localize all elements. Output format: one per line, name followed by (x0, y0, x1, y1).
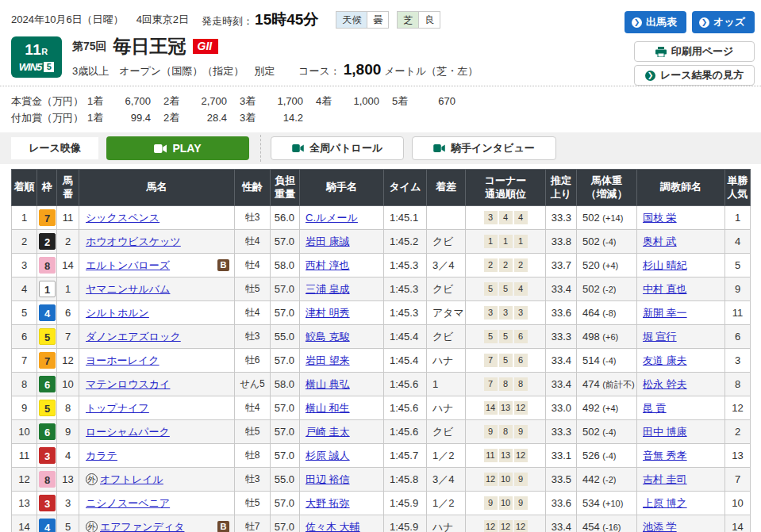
trainer-link[interactable]: 昆 貢 (643, 402, 667, 414)
play-button[interactable]: PLAY (106, 136, 249, 160)
sex-age-cell: 牡4 (235, 396, 271, 420)
prize-amount: 99.4 (111, 112, 151, 124)
trainer-link[interactable]: 友道 康夫 (643, 354, 687, 366)
margin-cell: ハナ (427, 349, 466, 373)
jockey-link[interactable]: 田辺 裕信 (306, 473, 350, 485)
horse-name-wrap: シックスペンス (81, 211, 233, 225)
waku-badge: 5 (39, 400, 56, 416)
horse-link[interactable]: マテンロウスカイ (86, 377, 170, 392)
horse-link[interactable]: エアファンディタ (100, 520, 184, 532)
column-header: 馬体重 （増減） (577, 170, 637, 206)
trainer-link[interactable]: 吉村 圭司 (643, 473, 687, 485)
patrol-video-button[interactable]: 全周パトロール (271, 136, 404, 160)
trainer-link[interactable]: 堀 宣行 (643, 331, 677, 343)
trainer-link[interactable]: 奥村 武 (643, 235, 677, 247)
jockey-link[interactable]: 横山 典弘 (306, 378, 350, 390)
trainer-cell: 奥村 武 (637, 230, 725, 254)
horse-link[interactable]: ホウオウビスケッツ (86, 235, 181, 249)
jockey-link[interactable]: 岩田 康誠 (306, 235, 350, 247)
result-guide-button[interactable]: ❯ レース結果の見方 (634, 65, 755, 86)
odds-button[interactable]: ❯ オッズ (692, 11, 755, 33)
trainer-link[interactable]: 田中 博康 (643, 426, 687, 438)
horse-link[interactable]: オフトレイル (100, 473, 163, 487)
horse-link[interactable]: ローシャムパーク (86, 425, 170, 439)
margin-cell: ハナ (427, 396, 466, 420)
print-page-button[interactable]: 印刷用ページ (634, 41, 755, 62)
trainer-link[interactable]: 音無 秀孝 (643, 450, 687, 461)
horse-name-cell: カラテ (79, 444, 235, 468)
corner-order: 121212 (467, 520, 544, 532)
horse-link[interactable]: シックスペンス (86, 211, 160, 225)
trainer-link[interactable]: 杉山 晴紀 (643, 259, 687, 271)
column-header: 枠 (37, 170, 57, 206)
time-cell: 1:45.3 (384, 254, 427, 277)
jockey-link[interactable]: 大野 拓弥 (306, 497, 350, 509)
horse-link[interactable]: トップナイフ (86, 401, 149, 415)
grade-badge: GII (193, 39, 219, 54)
trainer-cell: 杉山 晴紀 (637, 254, 725, 277)
race-results-table: 着順枠馬 番馬名性齢負担 重量騎手名タイム着差コーナー 通過順位推定 上り馬体重… (11, 169, 751, 532)
column-header: 着順 (12, 170, 37, 206)
corner-position: 9 (514, 473, 528, 486)
jockey-link[interactable]: 横山 和生 (306, 402, 350, 414)
win-favorite-cell: 9 (725, 277, 751, 301)
body-weight-value: 442 (582, 473, 602, 485)
horse-name-cell: ヤマニンサルバム (79, 277, 235, 301)
trainer-link[interactable]: 上原 博之 (643, 497, 687, 509)
body-weight-cell: 526 (-4) (577, 444, 637, 468)
prize-amount: 670 (416, 95, 455, 107)
jockey-link[interactable]: C.ルメール (306, 212, 358, 224)
body-weight-cell: 534 (+10) (577, 492, 637, 515)
corner-order-cell: 788 (466, 373, 546, 396)
body-weight-diff: (-2) (602, 475, 616, 484)
horse-link[interactable]: ニシノスーベニア (86, 496, 170, 511)
jockey-cell: C.ルメール (300, 206, 384, 230)
rank-cell: 4 (12, 277, 37, 301)
trainer-link[interactable]: 池添 学 (643, 521, 677, 532)
body-weight-cell: 502 (+14) (577, 206, 637, 230)
trainer-cell: 吉村 圭司 (637, 468, 725, 492)
jockey-link[interactable]: 津村 明秀 (306, 307, 350, 319)
last-3f-cell: 33.3 (546, 325, 577, 349)
trainer-link[interactable]: 国枝 栄 (643, 212, 677, 224)
table-row: 1333ニシノスーベニア牡557.0大野 拓弥1:45.91／2910933.6… (12, 492, 751, 515)
horse-link[interactable]: カラテ (86, 449, 117, 463)
win-favorite-cell: 12 (725, 396, 751, 420)
win-favorite-cell: 8 (725, 373, 751, 396)
post-time-group: 発走時刻：15時45分 (202, 10, 318, 30)
jockey-link[interactable]: 鮫島 克駿 (306, 331, 350, 343)
jockey-link[interactable]: 佐々木 大輔 (306, 521, 360, 532)
waku-badge: 3 (39, 495, 56, 511)
jockey-link[interactable]: 三浦 皇成 (306, 283, 350, 295)
horse-link[interactable]: ヤマニンサルバム (86, 282, 170, 297)
sex-age-cell: 牡8 (235, 444, 271, 468)
waku-cell: 5 (37, 396, 57, 420)
sex-age-cell: 牡6 (235, 349, 271, 373)
body-weight-diff: (+10) (602, 499, 623, 508)
horse-link[interactable]: エルトンバローズ (86, 258, 170, 273)
body-weight-value: 526 (582, 450, 602, 461)
load-weight-cell: 55.0 (271, 468, 300, 492)
waku-badge: 8 (39, 471, 56, 488)
shutsuba-button[interactable]: ❯ 出馬表 (625, 11, 686, 33)
trainer-link[interactable]: 松永 幹夫 (643, 378, 687, 390)
time-cell: 1:45.6 (384, 373, 427, 396)
table-row: 958トップナイフ牡457.0横山 和生1:45.6ハナ14131233.049… (12, 396, 751, 420)
jockey-interview-button[interactable]: 騎手インタビュー (412, 136, 556, 160)
body-weight-value: 498 (582, 331, 602, 343)
jockey-link[interactable]: 戸崎 圭太 (306, 426, 350, 438)
table-row: 1134カラテ牡857.0杉原 誠人1:45.71／211131233.1526… (12, 444, 751, 468)
horse-link[interactable]: ダノンエアズロック (86, 330, 181, 344)
arrow-circle-icon: ❯ (632, 17, 642, 28)
jockey-link[interactable]: 杉原 誠人 (306, 450, 350, 461)
corner-order: 12109 (467, 473, 544, 486)
horse-link[interactable]: シルトホルン (86, 306, 149, 320)
corner-order-cell: 121212 (466, 515, 546, 532)
trainer-link[interactable]: 新開 幸一 (643, 307, 687, 319)
horse-link[interactable]: ヨーホーレイク (86, 354, 160, 368)
corner-order: 333 (467, 306, 544, 320)
jockey-link[interactable]: 岩田 望来 (306, 354, 350, 366)
trainer-cell: 田中 博康 (637, 420, 725, 444)
jockey-link[interactable]: 西村 淳也 (306, 259, 350, 271)
trainer-link[interactable]: 中村 直也 (643, 283, 687, 295)
